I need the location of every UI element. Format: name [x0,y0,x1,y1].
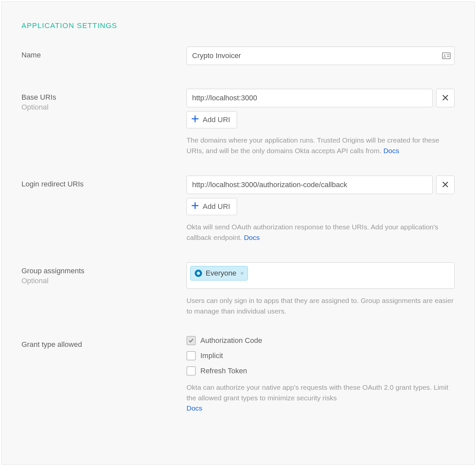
grant-types-docs-link[interactable]: Docs [187,404,202,412]
base-uris-sublabel: Optional [21,103,187,112]
group-assignments-sublabel: Optional [21,277,187,285]
row-base-uris: Base URIs Optional Add URI The domains w… [21,89,455,156]
base-uris-help: The domains where your application runs.… [187,135,455,156]
checkbox-refresh-token[interactable] [187,366,196,376]
add-base-uri-button[interactable]: Add URI [187,111,237,128]
svg-point-4 [196,271,201,276]
grant-types-help: Okta can authorize your native app's req… [187,382,455,414]
group-assignments-label: Group assignments [21,266,187,276]
row-group-assignments: Group assignments Optional Everyone × Us… [21,262,455,316]
section-title: APPLICATION SETTINGS [21,21,455,30]
group-assignments-input[interactable]: Everyone × [187,262,455,289]
grant-type-label: Refresh Token [200,367,247,375]
row-login-redirect-uris: Login redirect URIs Add URI Okta will se… [21,176,455,243]
name-label: Name [21,50,187,60]
plus-icon [191,115,199,124]
grant-type-label: Implicit [200,351,223,360]
close-icon [442,181,449,189]
grant-type-implicit: Implicit [187,351,455,360]
grant-types-label: Grant type allowed [21,340,187,350]
login-redirect-uri-input[interactable] [187,176,433,194]
okta-ring-icon [194,269,202,277]
checkbox-implicit[interactable] [187,351,196,360]
name-input[interactable] [187,47,455,65]
login-redirect-uris-label: Login redirect URIs [21,180,187,189]
login-redirect-uris-help: Okta will send OAuth authorization respo… [187,222,455,243]
add-login-redirect-uri-button[interactable]: Add URI [187,198,237,215]
checkbox-authorization-code [187,336,196,345]
grant-type-refresh-token: Refresh Token [187,366,455,376]
row-name: Name [21,47,455,69]
add-login-redirect-uri-label: Add URI [203,202,230,211]
group-chip-label: Everyone [206,269,236,278]
plus-icon [191,202,199,211]
group-chip-remove[interactable]: × [240,270,244,277]
close-icon [442,94,449,102]
base-uri-input[interactable] [187,89,433,107]
group-chip-everyone: Everyone × [190,266,248,281]
remove-base-uri-button[interactable] [436,89,455,107]
add-base-uri-label: Add URI [203,116,230,124]
grant-type-authorization-code: Authorization Code [187,336,455,345]
login-redirect-uris-docs-link[interactable]: Docs [244,234,260,241]
grant-type-label: Authorization Code [200,336,262,345]
base-uris-docs-link[interactable]: Docs [383,147,399,154]
group-assignments-help: Users can only sign in to apps that they… [187,295,455,316]
application-settings-card: APPLICATION SETTINGS Name [1,1,475,465]
base-uris-label: Base URIs [21,93,187,102]
remove-login-redirect-uri-button[interactable] [436,176,455,194]
row-grant-types: Grant type allowed Authorization Code Im… [21,336,455,414]
